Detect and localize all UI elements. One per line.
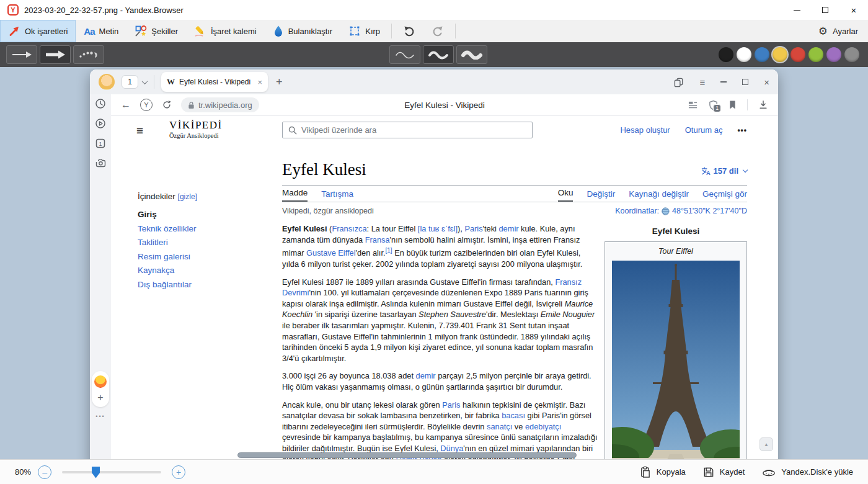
color-swatch-white[interactable] [737, 47, 751, 62]
back-icon[interactable]: ← [121, 99, 131, 110]
view-edit[interactable]: Değiştir [587, 189, 615, 202]
undo-icon [403, 25, 415, 37]
chevron-down-icon[interactable] [142, 78, 148, 84]
view-edit-source[interactable]: Kaynağı değiştir [629, 189, 689, 202]
redo-button[interactable] [423, 20, 452, 42]
crop-tool-button[interactable]: Kırp [340, 20, 388, 42]
export-actions: Kopyala Kaydet Yandex.Disk'e yükle [640, 466, 853, 478]
yandex-mail-icon[interactable] [94, 375, 107, 388]
thin-arrow-style-button[interactable] [6, 45, 37, 64]
thick-arrow-style-button[interactable] [40, 45, 71, 64]
settings-button[interactable]: ⚙ Ayarlar [818, 26, 868, 37]
view-read[interactable]: Oku [558, 188, 574, 202]
screenshot-tool-icon[interactable] [93, 156, 108, 171]
video-player-icon[interactable] [93, 116, 108, 131]
medium-stroke-button[interactable] [423, 45, 454, 64]
save-button[interactable]: Kaydet [703, 467, 745, 478]
color-swatch-green[interactable] [808, 47, 823, 62]
dotted-arrow-style-button[interactable] [73, 45, 104, 64]
close-button[interactable]: × [839, 0, 868, 20]
arrow-style-group [6, 45, 104, 64]
sidebar-add-icon[interactable]: + [97, 393, 103, 403]
thick-arrow-icon [43, 50, 67, 60]
create-account-link[interactable]: Hesap oluştur [620, 125, 670, 135]
thin-stroke-button[interactable] [389, 45, 420, 64]
download-icon[interactable] [758, 100, 768, 110]
blur-tool-label: Bulanıklaştır [288, 27, 333, 36]
yandex-button[interactable]: Y [140, 99, 153, 111]
tab-close-icon[interactable]: × [257, 78, 262, 87]
zoom-out-button[interactable]: – [38, 465, 51, 479]
browser-tab-active[interactable]: W Eyfel Kulesi - Vikipedi × [161, 72, 268, 92]
coordinates-link[interactable]: Koordinatlar: 48°51'30"K 2°17'40"D [615, 207, 747, 215]
copy-button[interactable]: Kopyala [640, 466, 686, 478]
marker-tool-button[interactable]: İşaret kalemi [186, 20, 265, 42]
wiki-search-input[interactable]: Vikipedi üzerinde ara [282, 122, 533, 138]
reload-icon[interactable] [162, 100, 172, 110]
zoom-slider[interactable] [62, 471, 161, 473]
browser-minimize-button[interactable] [720, 81, 727, 82]
color-swatch-yellow[interactable] [773, 47, 787, 62]
side-panel-icon[interactable] [673, 77, 684, 87]
minimize-icon [720, 81, 727, 82]
redo-icon [432, 25, 444, 37]
eiffel-tower-photo[interactable] [612, 261, 740, 459]
infobox-subtitle: Tour Eiffel [612, 247, 740, 256]
thick-stroke-button[interactable] [456, 45, 487, 64]
tab-talk[interactable]: Tartışma [321, 189, 353, 202]
color-swatch-blue[interactable] [755, 47, 769, 62]
language-selector[interactable]: A 157 dil [701, 166, 747, 176]
undo-button[interactable] [395, 20, 423, 42]
zoom-slider-thumb[interactable] [92, 467, 100, 478]
zoom-in-button[interactable]: + [172, 465, 185, 479]
color-swatch-black[interactable] [719, 47, 733, 62]
browser-maximize-button[interactable] [742, 79, 748, 85]
toc-hide-link[interactable]: [gizle] [178, 192, 197, 201]
browser-close-button[interactable]: × [764, 77, 769, 87]
canvas-horizontal-scrollbar[interactable] [237, 452, 577, 458]
browser-menu-icon[interactable]: ≡ [699, 77, 705, 87]
user-menu-dots-icon[interactable]: ••• [737, 126, 747, 135]
arrows-tool-button[interactable]: Ok işaretleri [0, 20, 76, 42]
reader-mode-icon[interactable] [688, 101, 698, 110]
sign-in-link[interactable]: Oturum aç [685, 125, 723, 135]
minimize-button[interactable] [782, 0, 811, 20]
bookmark-icon[interactable] [728, 100, 737, 110]
tabs-counter-icon[interactable]: 1 [93, 136, 108, 151]
url-display[interactable]: tr.wikipedia.org [181, 97, 259, 112]
protect-shield-icon[interactable]: 1 [709, 100, 718, 110]
toc-item-kaynakca[interactable]: Kaynakça [138, 266, 271, 275]
profile-avatar[interactable] [99, 74, 115, 90]
text-tool-button[interactable]: Aa Metin [76, 20, 126, 42]
tab-group-counter[interactable]: 1 [122, 75, 138, 89]
toc-item-taklitleri[interactable]: Taklitleri [138, 238, 271, 247]
tab-article[interactable]: Madde [282, 188, 308, 202]
history-icon[interactable] [93, 96, 108, 111]
editing-canvas[interactable]: 1 W Eyfel Kulesi - Vikipedi × + ≡ [0, 67, 868, 459]
toc-item-baglantilar[interactable]: Dış bağlantılar [138, 280, 271, 289]
title-bar: Y 2023-03-20_22-32-57.png - Yandex.Brows… [0, 0, 868, 20]
wikipedia-page: ≡ Ω W [111, 115, 778, 459]
page-title: Eyfel Kulesi - Vikipedi [404, 101, 485, 110]
toc-item-giris[interactable]: Giriş [138, 210, 271, 219]
shapes-tool-button[interactable]: Şekiller [126, 20, 186, 42]
color-swatch-purple[interactable] [826, 47, 841, 62]
color-swatch-red[interactable] [790, 47, 805, 62]
settings-label: Ayarlar [833, 27, 858, 36]
wikipedia-logo[interactable]: Ω W VİKİPEDİ Özgür Ansiklopedi [164, 119, 223, 139]
view-history[interactable]: Geçmişi gör [702, 189, 747, 202]
new-tab-button[interactable]: + [276, 76, 283, 89]
scroll-up-widget[interactable]: ▲ [760, 437, 773, 451]
infobox-card: Tour Eiffel [604, 241, 747, 459]
toc-item-teknik[interactable]: Teknik özellikler [138, 225, 271, 233]
maximize-button[interactable] [811, 0, 839, 20]
paragraph: Ancak kule, onu bir utanç lekesi olarak … [282, 400, 599, 459]
wiki-menu-icon[interactable]: ≡ [136, 124, 143, 138]
upload-to-disk-button[interactable]: Yandex.Disk'e yükle [762, 467, 853, 477]
gear-icon: ⚙ [818, 26, 828, 37]
sidebar-more-icon[interactable]: ••• [90, 413, 111, 419]
toc-item-galeri[interactable]: Resim galerisi [138, 253, 271, 261]
blur-tool-button[interactable]: Bulanıklaştır [265, 20, 341, 42]
color-swatch-gray[interactable] [844, 47, 859, 62]
yandex-app-icon: Y [7, 4, 19, 16]
